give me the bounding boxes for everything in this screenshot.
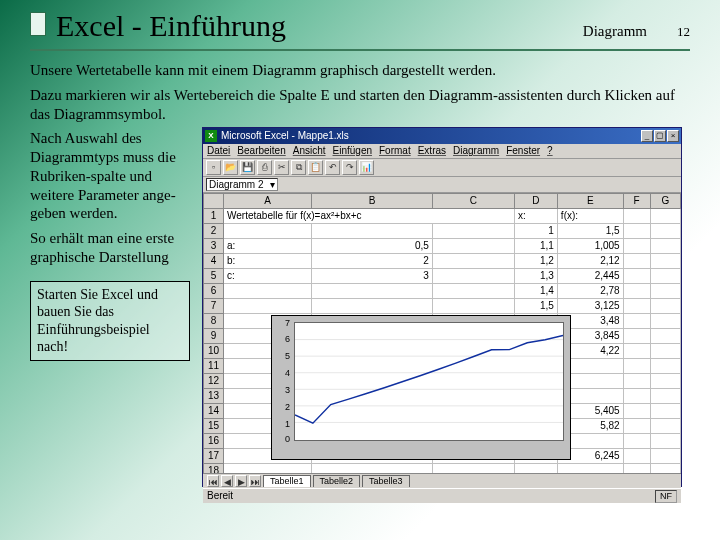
menu-help[interactable]: ? bbox=[547, 145, 553, 158]
col-B[interactable]: B bbox=[312, 194, 432, 209]
tab-nav-next-icon[interactable]: ▶ bbox=[235, 475, 247, 487]
slide-page-number: 12 bbox=[677, 24, 690, 40]
excel-menu-bar: Datei Bearbeiten Ansicht Einfügen Format… bbox=[203, 144, 681, 159]
slide-body: Unsere Wertetabelle kann mit einem Diagr… bbox=[30, 61, 690, 487]
name-box[interactable]: Diagramm 2▾ bbox=[206, 178, 278, 191]
open-icon[interactable]: 📂 bbox=[223, 160, 238, 175]
cut-icon[interactable]: ✂ bbox=[274, 160, 289, 175]
slide-subtitle: Diagramm bbox=[583, 23, 647, 40]
menu-ansicht[interactable]: Ansicht bbox=[293, 145, 326, 158]
menu-extras[interactable]: Extras bbox=[418, 145, 446, 158]
row-1[interactable]: 1 bbox=[204, 209, 224, 224]
slide-header: Excel - Einführung Diagramm 12 bbox=[30, 8, 690, 51]
menu-diagramm[interactable]: Diagramm bbox=[453, 145, 499, 158]
ytick-3: 3 bbox=[274, 385, 290, 396]
cell-D2[interactable]: 1 bbox=[514, 224, 557, 239]
ytick-1: 1 bbox=[274, 419, 290, 430]
tab-nav-last-icon[interactable]: ⏭ bbox=[249, 475, 261, 487]
body-p4: So erhält man eine erste graphische Dars… bbox=[30, 229, 194, 267]
ytick-2: 2 bbox=[274, 402, 290, 413]
cell-D1[interactable]: x: bbox=[514, 209, 557, 224]
chart-plot-area bbox=[294, 322, 564, 441]
print-icon[interactable]: ⎙ bbox=[257, 160, 272, 175]
redo-icon[interactable]: ↷ bbox=[342, 160, 357, 175]
new-icon[interactable]: ▫ bbox=[206, 160, 221, 175]
cell-A1[interactable]: Wertetabelle für f(x)=ax²+bx+c bbox=[224, 209, 515, 224]
excel-status-bar: Bereit NF bbox=[203, 488, 681, 503]
copy-icon[interactable]: ⧉ bbox=[291, 160, 306, 175]
save-icon[interactable]: 💾 bbox=[240, 160, 255, 175]
close-button[interactable]: × bbox=[667, 130, 679, 142]
col-E[interactable]: E bbox=[557, 194, 623, 209]
undo-icon[interactable]: ↶ bbox=[325, 160, 340, 175]
excel-app-icon: X bbox=[205, 130, 217, 142]
embedded-chart[interactable]: 7 6 5 4 3 2 1 0 bbox=[271, 315, 571, 460]
sheet-tab-3[interactable]: Tabelle3 bbox=[362, 475, 410, 487]
ytick-7: 7 bbox=[274, 318, 290, 329]
minimize-button[interactable]: _ bbox=[641, 130, 653, 142]
col-C[interactable]: C bbox=[432, 194, 514, 209]
sheet-tab-bar: ⏮ ◀ ▶ ⏭ Tabelle1 Tabelle2 Tabelle3 bbox=[203, 473, 681, 488]
sheet-tab-1[interactable]: Tabelle1 bbox=[263, 475, 311, 487]
task-box: Starten Sie Excel und bauen Sie das Einf… bbox=[30, 281, 190, 361]
tab-nav-first-icon[interactable]: ⏮ bbox=[207, 475, 219, 487]
slide-title: Excel - Einführung bbox=[56, 9, 286, 43]
ytick-4: 4 bbox=[274, 368, 290, 379]
menu-format[interactable]: Format bbox=[379, 145, 411, 158]
col-F[interactable]: F bbox=[623, 194, 650, 209]
col-G[interactable]: G bbox=[650, 194, 680, 209]
excel-toolbar: ▫ 📂 💾 ⎙ ✂ ⧉ 📋 ↶ ↷ 📊 bbox=[203, 159, 681, 177]
select-all-corner[interactable] bbox=[204, 194, 224, 209]
body-p1: Unsere Wertetabelle kann mit einem Diagr… bbox=[30, 61, 690, 80]
cell-E2[interactable]: 1,5 bbox=[557, 224, 623, 239]
ytick-0: 0 bbox=[274, 434, 290, 445]
menu-bearbeiten[interactable]: Bearbeiten bbox=[237, 145, 285, 158]
ytick-5: 5 bbox=[274, 351, 290, 362]
menu-fenster[interactable]: Fenster bbox=[506, 145, 540, 158]
excel-window-title: Microsoft Excel - Mappe1.xls bbox=[221, 130, 349, 143]
menu-einfuegen[interactable]: Einfügen bbox=[333, 145, 372, 158]
sheet-tab-2[interactable]: Tabelle2 bbox=[313, 475, 361, 487]
status-nf: NF bbox=[655, 490, 677, 503]
formula-bar: Diagramm 2▾ bbox=[203, 177, 681, 193]
tab-nav-prev-icon[interactable]: ◀ bbox=[221, 475, 233, 487]
body-p3: Nach Auswahl des Diagrammtyps muss die R… bbox=[30, 129, 194, 223]
col-D[interactable]: D bbox=[514, 194, 557, 209]
excel-window: X Microsoft Excel - Mappe1.xls _ ▢ × Dat… bbox=[202, 127, 682, 487]
paste-icon[interactable]: 📋 bbox=[308, 160, 323, 175]
status-text: Bereit bbox=[207, 490, 233, 503]
header-bullet-icon bbox=[30, 12, 46, 36]
body-p2: Dazu markieren wir als Wertebereich die … bbox=[30, 86, 690, 124]
col-A[interactable]: A bbox=[224, 194, 312, 209]
ytick-6: 6 bbox=[274, 334, 290, 345]
excel-title-bar[interactable]: X Microsoft Excel - Mappe1.xls _ ▢ × bbox=[203, 128, 681, 144]
maximize-button[interactable]: ▢ bbox=[654, 130, 666, 142]
cell-E1[interactable]: f(x): bbox=[557, 209, 623, 224]
chart-line-svg bbox=[295, 323, 563, 440]
menu-datei[interactable]: Datei bbox=[207, 145, 230, 158]
sheet-area[interactable]: A B C D E F G 1 Wertetabelle für f(x)=ax… bbox=[203, 193, 681, 473]
chart-icon[interactable]: 📊 bbox=[359, 160, 374, 175]
